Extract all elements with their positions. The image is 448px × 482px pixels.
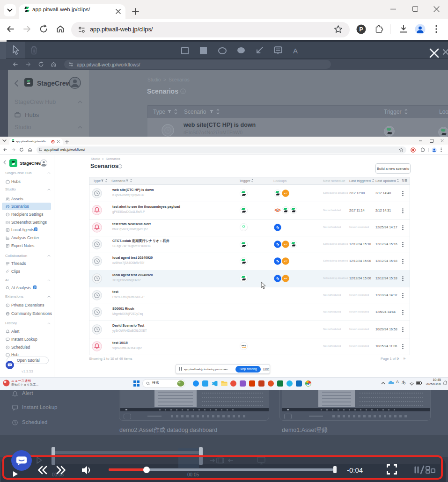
svg-text:P: P	[359, 26, 363, 33]
svg-text:new relic: new relic	[242, 228, 245, 229]
svg-text:aws: aws	[241, 344, 246, 347]
